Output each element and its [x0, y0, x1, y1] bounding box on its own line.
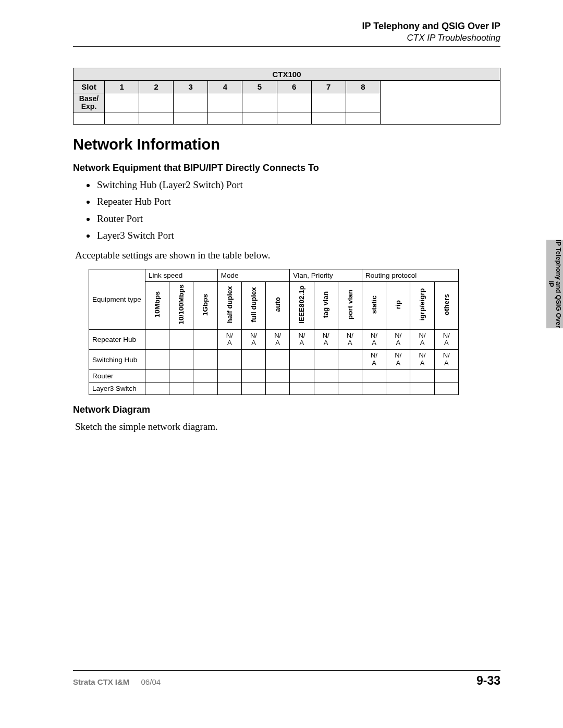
col-full-duplex: full duplex: [241, 281, 265, 329]
table-row: Switching HubN/AN/AN/AN/A: [89, 350, 459, 370]
table-cell: [314, 350, 338, 370]
footer-page-number: 9-33: [476, 674, 500, 688]
table-cell: [193, 350, 217, 370]
table-cell: [169, 350, 193, 370]
table-cell: [314, 382, 338, 395]
ctx-cell: [277, 113, 311, 124]
col-port-vlan: port vlan: [338, 281, 362, 329]
table-cell: [266, 382, 290, 395]
list-item: Repeater Hub Port: [96, 194, 500, 209]
table-cell: N/A: [362, 350, 386, 370]
col-static: static: [362, 281, 386, 329]
slot-6: 6: [277, 81, 311, 93]
paragraph: Acceptable settings are shown in the tab…: [75, 248, 500, 263]
ctx-cell: [105, 113, 139, 124]
table-cell: N/A: [362, 329, 386, 350]
footer-doc-name: Strata CTX I&M: [73, 677, 129, 686]
header-subtitle: CTX IP Troubleshooting: [73, 33, 500, 43]
slot-4: 4: [208, 81, 242, 93]
slot-2: 2: [139, 81, 174, 93]
table-row: Router: [89, 370, 459, 382]
footer-rule: [73, 670, 500, 671]
table-cell: [266, 350, 290, 370]
table-cell: N/A: [290, 329, 314, 350]
base-exp-label: Base/ Exp.: [74, 93, 105, 113]
group-vlan: Vlan, Priority: [290, 269, 362, 281]
col-ieee8021p: IEEE802.1p: [290, 281, 314, 329]
row-label: Switching Hub: [89, 350, 145, 370]
side-tab-label: IP Telephony and QSIG Over IP: [547, 240, 562, 328]
slot-1: 1: [105, 81, 139, 93]
ctx-cell: [105, 93, 139, 113]
table-cell: N/A: [386, 350, 410, 370]
page-content: IP Telephony and QSIG Over IP CTX IP Tro…: [73, 21, 500, 434]
table-cell: [386, 370, 410, 382]
table-cell: [193, 370, 217, 382]
col-others: others: [434, 281, 458, 329]
table-cell: [290, 370, 314, 382]
group-link-speed: Link speed: [145, 269, 218, 281]
paragraph: Sketch the simple network diagram.: [75, 419, 500, 434]
table-cell: [410, 370, 434, 382]
col-tag-vlan: tag vlan: [314, 281, 338, 329]
subsection-heading-2: Network Diagram: [73, 404, 500, 415]
table-cell: [193, 329, 217, 350]
table-cell: [338, 370, 362, 382]
slot-7: 7: [311, 81, 346, 93]
table-cell: [217, 350, 241, 370]
table-cell: [217, 382, 241, 395]
table-cell: [169, 382, 193, 395]
table-cell: N/A: [434, 329, 458, 350]
col-10mbps: 10Mbps: [145, 281, 169, 329]
section-heading: Network Information: [73, 136, 500, 153]
slot-5: 5: [242, 81, 277, 93]
table-cell: [314, 370, 338, 382]
table-cell: N/A: [338, 329, 362, 350]
group-mode: Mode: [217, 269, 290, 281]
table-cell: [290, 350, 314, 370]
ctx-cell: [242, 93, 277, 113]
row-label: Layer3 Switch: [89, 382, 145, 395]
ctx-cell: [208, 113, 242, 124]
ctx100-title-cell: CTX100: [74, 68, 500, 81]
table-cell: N/A: [410, 329, 434, 350]
row-label: Repeater Hub: [89, 329, 145, 350]
ctx-cell: [346, 93, 380, 113]
equipment-table: Equipment type Link speed Mode Vlan, Pri…: [89, 269, 459, 396]
table-cell: [241, 350, 265, 370]
table-cell: N/A: [314, 329, 338, 350]
ctx-cell: [174, 93, 208, 113]
col-10-100mbps: 10/100Mbps: [169, 281, 193, 329]
table-cell: N/A: [266, 329, 290, 350]
footer-date: 06/04: [141, 677, 161, 686]
slot-3: 3: [174, 81, 208, 93]
table-cell: [362, 382, 386, 395]
ctx-blank-side: [380, 81, 500, 125]
table-cell: [193, 382, 217, 395]
table-cell: [434, 382, 458, 395]
col-half-duplex: half duplex: [217, 281, 241, 329]
body-block: Switching Hub (Layer2 Switch) Port Repea…: [73, 178, 500, 263]
side-tab: IP Telephony and QSIG Over IP: [546, 240, 563, 328]
eq-type-header: Equipment type: [89, 269, 145, 329]
list-item: Router Port: [96, 212, 500, 226]
table-cell: [145, 350, 169, 370]
col-auto: auto: [266, 281, 290, 329]
col-1gbps: 1Gbps: [193, 281, 217, 329]
table-cell: [266, 370, 290, 382]
subsection-heading-1: Network Equipment that BIPU/IPT Directly…: [73, 163, 500, 174]
col-rip: rip: [386, 281, 410, 329]
table-cell: N/A: [410, 350, 434, 370]
table-cell: [290, 382, 314, 395]
page-footer: Strata CTX I&M 06/04 9-33: [73, 670, 500, 688]
table-row: Layer3 Switch: [89, 382, 459, 395]
table-cell: [145, 370, 169, 382]
ctx100-table: CTX100 Slot 1 2 3 4 5 6 7 8 Base/ Exp.: [73, 68, 500, 125]
equipment-table-wrap: Equipment type Link speed Mode Vlan, Pri…: [73, 269, 500, 396]
footer-left: Strata CTX I&M 06/04: [73, 677, 161, 686]
list-item: Layer3 Switch Port: [96, 228, 500, 243]
table-cell: N/A: [434, 350, 458, 370]
ctx-cell: [208, 93, 242, 113]
table-cell: [217, 370, 241, 382]
table-row: Repeater HubN/AN/AN/AN/AN/AN/AN/AN/AN/AN…: [89, 329, 459, 350]
